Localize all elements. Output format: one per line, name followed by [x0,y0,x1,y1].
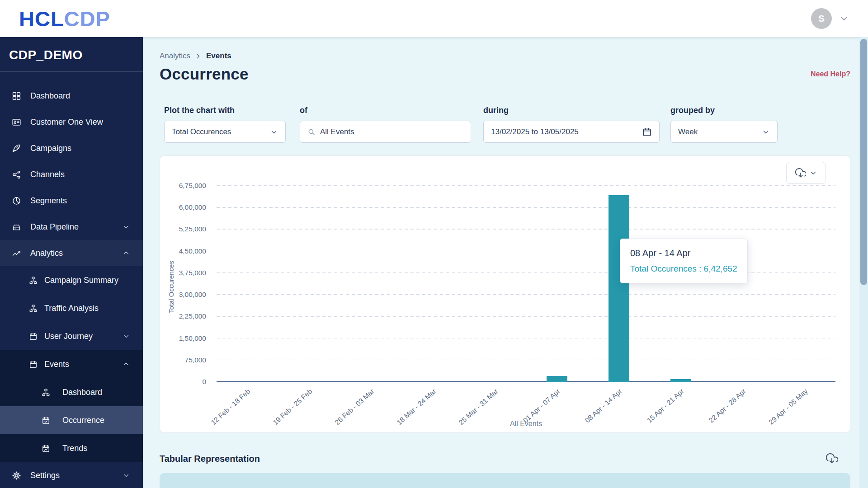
sidebar-item-label: User Journey [44,332,93,341]
table-column-total-occurences[interactable]: Total Occurences [454,480,850,488]
breadcrumb-analytics[interactable]: Analytics [160,52,190,61]
sidebar-item-dashboard[interactable]: Dashboard [0,83,143,109]
chart-bar-01-apr-07-apr[interactable] [547,376,567,382]
calendar-icon[interactable] [642,127,652,137]
of-label: of [300,105,471,115]
y-tick-label: 4,50,000 [163,247,206,255]
sidebar-item-label: Trends [62,444,87,453]
scrollbar-thumb[interactable] [860,39,867,285]
plot-dropdown[interactable]: Total Occurences [164,121,286,143]
top-bar: HCLCDP S [0,0,868,37]
date-range-value: 13/02/2025 to 13/05/2025 [491,127,637,136]
gridline [217,229,835,230]
logo-cdp: CDP [64,7,110,31]
trend-line-icon [12,249,21,258]
filter-of: of [300,105,471,143]
share-nodes-icon [12,170,21,179]
sitemap-icon [42,388,50,397]
date-range-field[interactable]: 13/02/2025 to 13/05/2025 [483,121,660,143]
chevron-down-icon[interactable] [839,14,849,23]
breadcrumb: Analytics Events [160,52,231,61]
sidebar-subitem-traffic-analysis[interactable]: Traffic Analysis [0,294,143,322]
sidebar-subitem-trends[interactable]: Trends [0,434,143,462]
y-tick-label: 3,00,000 [163,291,206,299]
chevron-down-icon [270,128,278,136]
title-row: Occurrence Need Help? [160,63,850,85]
gridline [217,185,835,186]
events-search-input[interactable] [320,127,463,136]
chevron-up-icon [122,360,130,368]
filter-grouped: grouped by Week [670,105,778,143]
pie-user-icon [12,196,21,206]
y-tick-label: 6,75,000 [163,182,206,190]
sidebar-item-label: Dashboard [62,388,102,397]
sidebar-item-label: Campaigns [30,144,71,153]
layers-icon [12,222,21,232]
content: Analytics Events Occurrence Need Help? P… [160,37,850,488]
sidebar-subitem-user-journey[interactable]: User Journey [0,322,143,350]
table-download-icon[interactable] [826,453,838,465]
tabular-heading-row: Tabular Representation [160,453,850,465]
calendar-check-icon [42,416,50,425]
user-menu[interactable]: S [811,8,849,29]
sidebar-item-settings[interactable]: Settings [0,462,143,488]
page-title: Occurrence [160,65,249,83]
y-tick-label: 3,75,000 [163,269,206,277]
gear-icon [12,471,21,480]
sidebar-subitem-campaign-summary[interactable]: Campaign Summary [0,266,143,294]
calendar-icon [29,360,38,369]
sidebar-item-customer-one-view[interactable]: Customer One View [0,109,143,135]
sidebar-item-label: Occurrence [62,416,104,425]
chevron-down-icon [122,332,130,340]
sidebar-subitem-dashboard[interactable]: Dashboard [0,378,143,406]
customer-card-icon [12,117,21,127]
plot-dropdown-value: Total Occurences [172,127,265,136]
sidebar-item-segments[interactable]: Segments [0,188,143,214]
sidebar-subitem-occurrence[interactable]: Occurrence [0,406,143,434]
sidebar-item-campaigns[interactable]: Campaigns [0,135,143,161]
search-icon [307,128,316,136]
chevron-down-icon [810,169,817,177]
during-label: during [483,105,660,115]
table-column-week[interactable]: Week [160,480,454,488]
chart-bar-08-apr-14-apr[interactable] [609,195,629,382]
gridline [217,360,835,361]
chevron-down-icon [762,128,770,136]
sidebar-item-label: Traffic Analysis [44,304,99,313]
workspace-name: CDP_DEMO [0,37,143,62]
dashboard-icon [12,91,21,101]
need-help-link[interactable]: Need Help? [811,70,850,78]
cloud-download-icon [795,168,806,178]
tabular-heading: Tabular Representation [160,454,260,464]
sidebar-item-label: Channels [30,170,65,179]
gridline [217,294,835,295]
calendar-chart-icon [42,444,50,453]
sidebar-item-analytics[interactable]: Analytics [0,240,143,266]
app-logo: HCLCDP [19,8,110,29]
chart-bar-15-apr-21-apr[interactable] [670,379,691,382]
x-tick-label: 22 Apr - 28 Apr [707,387,747,425]
sidebar-item-label: Settings [30,471,60,480]
sitemap-icon [29,276,38,285]
plot-label: Plot the chart with [164,105,286,115]
gridline [217,316,835,317]
y-axis-title: Total Occurences [167,224,175,350]
table-header: Week Total Occurences [160,473,850,488]
y-tick-label: 5,25,000 [163,225,206,233]
sidebar: CDP_DEMO DashboardCustomer One ViewCampa… [0,37,143,488]
grouped-dropdown[interactable]: Week [670,121,778,143]
sidebar-subitem-events[interactable]: Events [0,350,143,378]
chart-download-button[interactable] [786,162,826,184]
breadcrumb-events: Events [206,52,231,61]
rocket-icon [12,144,21,153]
sidebar-item-channels[interactable]: Channels [0,161,143,188]
page-scrollbar[interactable] [859,37,868,488]
sidebar-item-data-pipeline[interactable]: Data Pipeline [0,214,143,240]
grouped-label: grouped by [670,105,778,115]
filter-during: during 13/02/2025 to 13/05/2025 [483,105,660,143]
events-search-field[interactable] [300,121,471,143]
chart-tooltip: 08 Apr - 14 Apr Total Occurences : 6,42,… [620,239,748,283]
tooltip-value: Total Occurences : 6,42,652 [630,264,737,274]
avatar[interactable]: S [811,8,832,29]
y-tick-label: 75,000 [163,356,206,364]
